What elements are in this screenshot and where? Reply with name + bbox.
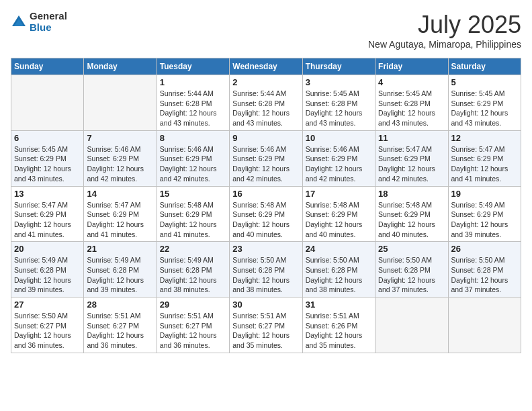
day-number: 27 (14, 300, 81, 310)
day-info: Sunrise: 5:49 AM Sunset: 6:28 PM Dayligh… (160, 255, 226, 295)
day-number: 21 (87, 244, 153, 254)
weekday-header-friday: Friday (375, 58, 448, 75)
calendar-week-4: 20Sunrise: 5:49 AM Sunset: 6:28 PM Dayli… (11, 242, 521, 298)
day-info: Sunrise: 5:49 AM Sunset: 6:28 PM Dayligh… (87, 255, 153, 295)
day-info: Sunrise: 5:50 AM Sunset: 6:28 PM Dayligh… (232, 255, 299, 295)
calendar-cell: 13Sunrise: 5:47 AM Sunset: 6:29 PM Dayli… (11, 186, 84, 242)
weekday-header-monday: Monday (84, 58, 157, 75)
day-number: 10 (306, 133, 372, 143)
weekday-header-tuesday: Tuesday (157, 58, 229, 75)
calendar-cell: 30Sunrise: 5:51 AM Sunset: 6:27 PM Dayli… (230, 298, 302, 353)
day-info: Sunrise: 5:46 AM Sunset: 6:29 PM Dayligh… (232, 144, 299, 184)
day-number: 9 (232, 133, 299, 143)
day-number: 22 (160, 244, 226, 254)
page-header: General Blue July 2025 New Agutaya, Mima… (11, 11, 521, 50)
day-info: Sunrise: 5:48 AM Sunset: 6:29 PM Dayligh… (160, 200, 226, 240)
logo: General Blue (11, 11, 67, 33)
logo-text: General Blue (30, 11, 67, 33)
calendar-cell: 20Sunrise: 5:49 AM Sunset: 6:28 PM Dayli… (11, 242, 84, 298)
day-info: Sunrise: 5:44 AM Sunset: 6:28 PM Dayligh… (160, 89, 226, 128)
calendar-week-5: 27Sunrise: 5:50 AM Sunset: 6:27 PM Dayli… (11, 298, 521, 353)
day-info: Sunrise: 5:47 AM Sunset: 6:29 PM Dayligh… (378, 144, 445, 184)
calendar-cell: 10Sunrise: 5:46 AM Sunset: 6:29 PM Dayli… (302, 130, 375, 186)
day-info: Sunrise: 5:51 AM Sunset: 6:26 PM Dayligh… (306, 311, 372, 351)
day-number: 14 (87, 189, 153, 199)
calendar-cell: 1Sunrise: 5:44 AM Sunset: 6:28 PM Daylig… (157, 75, 229, 131)
day-info: Sunrise: 5:47 AM Sunset: 6:29 PM Dayligh… (87, 200, 153, 240)
calendar-cell (84, 75, 157, 131)
day-number: 11 (378, 133, 445, 143)
day-info: Sunrise: 5:48 AM Sunset: 6:29 PM Dayligh… (378, 200, 445, 240)
calendar-week-2: 6Sunrise: 5:45 AM Sunset: 6:29 PM Daylig… (11, 130, 521, 186)
logo-blue: Blue (30, 22, 67, 34)
calendar-cell: 2Sunrise: 5:44 AM Sunset: 6:28 PM Daylig… (230, 75, 302, 131)
calendar-cell: 26Sunrise: 5:50 AM Sunset: 6:28 PM Dayli… (448, 242, 521, 298)
calendar-cell: 25Sunrise: 5:50 AM Sunset: 6:28 PM Dayli… (375, 242, 448, 298)
calendar-cell (448, 298, 521, 353)
calendar-cell (11, 75, 84, 131)
day-info: Sunrise: 5:45 AM Sunset: 6:29 PM Dayligh… (451, 89, 518, 128)
calendar-cell: 24Sunrise: 5:50 AM Sunset: 6:28 PM Dayli… (302, 242, 375, 298)
day-info: Sunrise: 5:49 AM Sunset: 6:28 PM Dayligh… (14, 255, 81, 295)
day-info: Sunrise: 5:45 AM Sunset: 6:29 PM Dayligh… (14, 144, 81, 184)
location: New Agutaya, Mimaropa, Philippines (368, 39, 521, 50)
calendar-cell: 8Sunrise: 5:46 AM Sunset: 6:29 PM Daylig… (157, 130, 229, 186)
calendar-cell: 17Sunrise: 5:48 AM Sunset: 6:29 PM Dayli… (302, 186, 375, 242)
day-info: Sunrise: 5:46 AM Sunset: 6:29 PM Dayligh… (87, 144, 153, 184)
day-info: Sunrise: 5:44 AM Sunset: 6:28 PM Dayligh… (232, 89, 299, 128)
calendar-table: SundayMondayTuesdayWednesdayThursdayFrid… (11, 58, 521, 353)
logo-icon (11, 14, 27, 30)
day-info: Sunrise: 5:51 AM Sunset: 6:27 PM Dayligh… (232, 311, 299, 351)
day-number: 20 (14, 244, 81, 254)
day-info: Sunrise: 5:47 AM Sunset: 6:29 PM Dayligh… (14, 200, 81, 240)
weekday-header-wednesday: Wednesday (230, 58, 302, 75)
calendar-cell: 23Sunrise: 5:50 AM Sunset: 6:28 PM Dayli… (230, 242, 302, 298)
calendar-cell: 29Sunrise: 5:51 AM Sunset: 6:27 PM Dayli… (157, 298, 229, 353)
day-number: 26 (451, 244, 518, 254)
day-number: 31 (306, 300, 372, 310)
calendar-cell: 22Sunrise: 5:49 AM Sunset: 6:28 PM Dayli… (157, 242, 229, 298)
weekday-header-sunday: Sunday (11, 58, 84, 75)
calendar-cell: 16Sunrise: 5:48 AM Sunset: 6:29 PM Dayli… (230, 186, 302, 242)
calendar-cell: 3Sunrise: 5:45 AM Sunset: 6:28 PM Daylig… (302, 75, 375, 131)
calendar-cell: 31Sunrise: 5:51 AM Sunset: 6:26 PM Dayli… (302, 298, 375, 353)
calendar-cell: 19Sunrise: 5:49 AM Sunset: 6:29 PM Dayli… (448, 186, 521, 242)
weekday-header-thursday: Thursday (302, 58, 375, 75)
day-number: 4 (378, 77, 445, 87)
calendar-cell: 11Sunrise: 5:47 AM Sunset: 6:29 PM Dayli… (375, 130, 448, 186)
calendar-cell: 6Sunrise: 5:45 AM Sunset: 6:29 PM Daylig… (11, 130, 84, 186)
day-info: Sunrise: 5:51 AM Sunset: 6:27 PM Dayligh… (160, 311, 226, 351)
day-number: 2 (232, 77, 299, 87)
day-info: Sunrise: 5:46 AM Sunset: 6:29 PM Dayligh… (306, 144, 372, 184)
calendar-cell: 14Sunrise: 5:47 AM Sunset: 6:29 PM Dayli… (84, 186, 157, 242)
day-number: 1 (160, 77, 226, 87)
calendar-cell: 12Sunrise: 5:47 AM Sunset: 6:29 PM Dayli… (448, 130, 521, 186)
day-info: Sunrise: 5:48 AM Sunset: 6:29 PM Dayligh… (232, 200, 299, 240)
logo-general: General (30, 11, 67, 22)
calendar-cell: 27Sunrise: 5:50 AM Sunset: 6:27 PM Dayli… (11, 298, 84, 353)
day-number: 25 (378, 244, 445, 254)
day-number: 29 (160, 300, 226, 310)
day-number: 24 (306, 244, 372, 254)
weekday-header-saturday: Saturday (448, 58, 521, 75)
day-number: 30 (232, 300, 299, 310)
calendar-cell: 7Sunrise: 5:46 AM Sunset: 6:29 PM Daylig… (84, 130, 157, 186)
calendar-week-1: 1Sunrise: 5:44 AM Sunset: 6:28 PM Daylig… (11, 75, 521, 131)
calendar-cell (375, 298, 448, 353)
day-number: 17 (306, 189, 372, 199)
day-info: Sunrise: 5:47 AM Sunset: 6:29 PM Dayligh… (451, 144, 518, 184)
day-number: 13 (14, 189, 81, 199)
day-info: Sunrise: 5:50 AM Sunset: 6:27 PM Dayligh… (14, 311, 81, 351)
title-block: July 2025 New Agutaya, Mimaropa, Philipp… (368, 11, 521, 50)
day-number: 18 (378, 189, 445, 199)
day-info: Sunrise: 5:50 AM Sunset: 6:28 PM Dayligh… (451, 255, 518, 295)
day-info: Sunrise: 5:46 AM Sunset: 6:29 PM Dayligh… (160, 144, 226, 184)
day-info: Sunrise: 5:50 AM Sunset: 6:28 PM Dayligh… (378, 255, 445, 295)
day-info: Sunrise: 5:51 AM Sunset: 6:27 PM Dayligh… (87, 311, 153, 351)
day-info: Sunrise: 5:45 AM Sunset: 6:28 PM Dayligh… (306, 89, 372, 128)
day-number: 5 (451, 77, 518, 87)
day-number: 23 (232, 244, 299, 254)
day-info: Sunrise: 5:49 AM Sunset: 6:29 PM Dayligh… (451, 200, 518, 240)
day-number: 16 (232, 189, 299, 199)
day-info: Sunrise: 5:50 AM Sunset: 6:28 PM Dayligh… (306, 255, 372, 295)
